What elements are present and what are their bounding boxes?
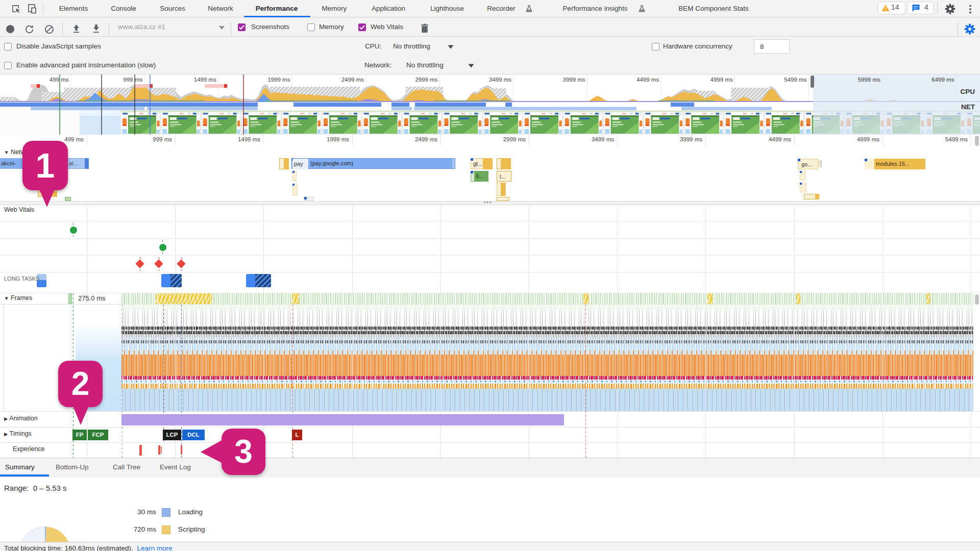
svg-text:4999 ms: 4999 ms: [710, 77, 733, 83]
svg-text:3999 ms: 3999 ms: [562, 77, 585, 83]
svg-text:CPU: CPU: [960, 88, 975, 95]
svg-text:2999 ms: 2999 ms: [415, 77, 437, 83]
svg-text:5499 ms: 5499 ms: [784, 77, 806, 83]
svg-text:4499 ms: 4499 ms: [636, 77, 659, 83]
svg-text:NET: NET: [961, 103, 975, 111]
svg-text:2499 ms: 2499 ms: [341, 77, 364, 83]
svg-text:1499 ms: 1499 ms: [194, 77, 216, 83]
svg-text:5999 ms: 5999 ms: [858, 77, 880, 83]
svg-text:6499 ms: 6499 ms: [932, 77, 954, 83]
svg-text:999 ms: 999 ms: [124, 77, 143, 83]
svg-text:3499 ms: 3499 ms: [489, 77, 511, 83]
svg-text:1999 ms: 1999 ms: [267, 77, 290, 83]
svg-text:499 ms: 499 ms: [50, 77, 69, 83]
